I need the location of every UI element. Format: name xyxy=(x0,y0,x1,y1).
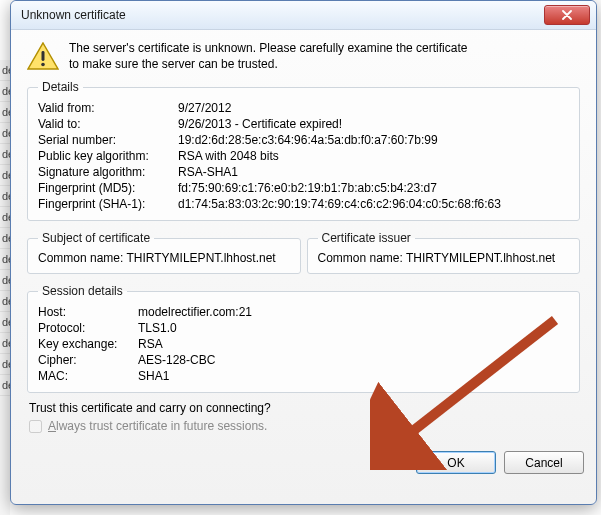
bg-cell: de xyxy=(0,375,10,396)
bg-cell: de xyxy=(0,123,10,144)
always-trust-checkbox[interactable] xyxy=(29,420,42,433)
trust-question: Trust this certificate and carry on conn… xyxy=(29,401,580,415)
bg-cell: de xyxy=(0,165,10,186)
kex-value: RSA xyxy=(138,336,569,352)
bg-cell: de xyxy=(0,354,10,375)
warning-row: The server's certificate is unknown. Ple… xyxy=(27,40,580,72)
warning-message: The server's certificate is unknown. Ple… xyxy=(69,40,467,72)
bg-cell: de xyxy=(0,228,10,249)
bg-cell: de xyxy=(0,249,10,270)
fp-md5-value: fd:75:90:69:c1:76:e0:b2:19:b1:7b:ab:c5:b… xyxy=(178,180,569,196)
always-trust-label: Always trust certificate in future sessi… xyxy=(48,419,267,433)
pka-label: Public key algorithm: xyxy=(38,148,178,164)
warning-message-line2: to make sure the server can be trusted. xyxy=(69,57,278,71)
bg-cell: de xyxy=(0,291,10,312)
valid-to-value: 9/26/2013 - Certificate expired! xyxy=(178,116,569,132)
button-row: OK Cancel xyxy=(11,451,596,484)
subject-cn-value: THIRTYMILEPNT.lhhost.net xyxy=(127,251,276,265)
fp-sha1-label: Fingerprint (SHA-1): xyxy=(38,196,178,212)
serial-label: Serial number: xyxy=(38,132,178,148)
ok-button[interactable]: OK xyxy=(416,451,496,474)
session-group: Session details Host:modelrectifier.com:… xyxy=(27,284,580,393)
fp-md5-label: Fingerprint (MD5): xyxy=(38,180,178,196)
subject-legend: Subject of certificate xyxy=(38,231,154,245)
protocol-label: Protocol: xyxy=(38,320,138,336)
issuer-legend: Certificate issuer xyxy=(318,231,415,245)
bg-cell: de xyxy=(0,81,10,102)
bg-cell: de xyxy=(0,207,10,228)
fp-sha1-value: d1:74:5a:83:03:2c:90:19:74:69:c4:c6:c2:9… xyxy=(178,196,569,212)
bg-cell: de xyxy=(0,102,10,123)
bg-cell: de xyxy=(0,270,10,291)
svg-rect-1 xyxy=(42,51,45,61)
cipher-label: Cipher: xyxy=(38,352,138,368)
mac-value: SHA1 xyxy=(138,368,569,384)
close-button[interactable] xyxy=(544,5,590,25)
warning-message-line1: The server's certificate is unknown. Ple… xyxy=(69,41,467,55)
issuer-cn-label: Common name: xyxy=(318,251,403,265)
svg-point-2 xyxy=(41,63,45,67)
bg-cell: de xyxy=(0,333,10,354)
close-icon xyxy=(562,10,572,20)
subject-group: Subject of certificate Common name: THIR… xyxy=(27,231,301,274)
cancel-button[interactable]: Cancel xyxy=(504,451,584,474)
host-value: modelrectifier.com:21 xyxy=(138,304,569,320)
bg-cell: de xyxy=(0,186,10,207)
issuer-cn-value: THIRTYMILEPNT.lhhost.net xyxy=(406,251,555,265)
dialog-window: Unknown certificate The server's certifi… xyxy=(10,0,597,505)
details-group: Details Valid from:9/27/2012 Valid to:9/… xyxy=(27,80,580,221)
sigalg-label: Signature algorithm: xyxy=(38,164,178,180)
window-title: Unknown certificate xyxy=(21,8,544,22)
details-legend: Details xyxy=(38,80,83,94)
cipher-value: AES-128-CBC xyxy=(138,352,569,368)
host-label: Host: xyxy=(38,304,138,320)
bg-cell: de xyxy=(0,312,10,333)
serial-value: 19:d2:6d:28:5e:c3:64:96:4a:5a:db:f0:a7:6… xyxy=(178,132,569,148)
valid-from-label: Valid from: xyxy=(38,100,178,116)
warning-icon xyxy=(27,42,59,70)
always-trust-text: lways trust certificate in future sessio… xyxy=(56,419,267,433)
kex-label: Key exchange: xyxy=(38,336,138,352)
protocol-value: TLS1.0 xyxy=(138,320,569,336)
valid-from-value: 9/27/2012 xyxy=(178,100,569,116)
subject-cn-label: Common name: xyxy=(38,251,123,265)
pka-value: RSA with 2048 bits xyxy=(178,148,569,164)
session-legend: Session details xyxy=(38,284,127,298)
valid-to-label: Valid to: xyxy=(38,116,178,132)
titlebar[interactable]: Unknown certificate xyxy=(11,1,596,30)
always-trust-mnemonic: A xyxy=(48,419,56,433)
bg-cell: de xyxy=(0,60,10,81)
sigalg-value: RSA-SHA1 xyxy=(178,164,569,180)
mac-label: MAC: xyxy=(38,368,138,384)
issuer-group: Certificate issuer Common name: THIRTYMI… xyxy=(307,231,581,274)
bg-cell: de xyxy=(0,144,10,165)
